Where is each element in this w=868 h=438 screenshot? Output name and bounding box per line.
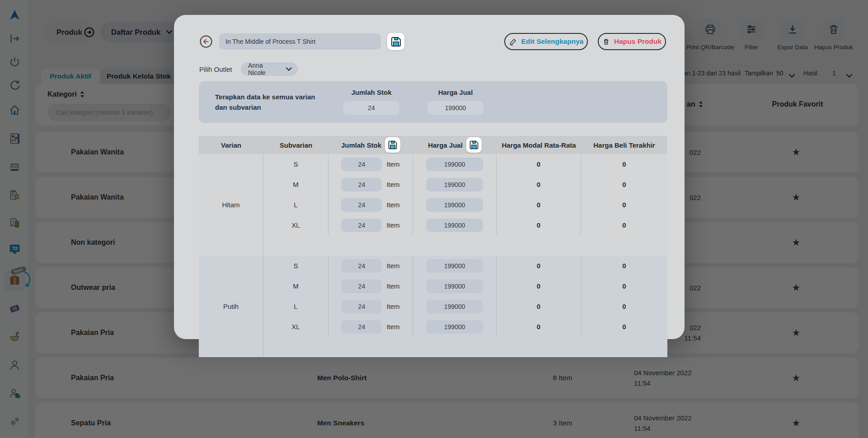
last-buy-cell: 0: [581, 317, 667, 337]
header-harga-modal: Harga Modal Rata-Rata: [497, 136, 581, 154]
price-input[interactable]: [426, 219, 483, 232]
jumlah-stok-label: Jumlah Stok: [326, 89, 417, 96]
price-input[interactable]: [426, 320, 483, 334]
subvarian-cell: M: [263, 276, 328, 296]
price-input[interactable]: [426, 198, 483, 212]
apply-all-title: Terapkan data ke semua varian dan subvar…: [215, 92, 315, 112]
variant-table-header: Varian Subvarian Jumlah Stok Harga Jual …: [199, 136, 667, 154]
stock-input[interactable]: [341, 178, 382, 191]
edit-product-modal: Edit Selengkapnya Hapus Produk Pilih Out…: [174, 15, 685, 339]
last-buy-cell: 0: [581, 276, 667, 296]
avg-cost-cell: 0: [497, 215, 581, 235]
avg-cost-cell: 0: [497, 174, 581, 195]
stock-input[interactable]: [341, 219, 382, 232]
stock-input[interactable]: [341, 198, 382, 212]
pencil-icon: [509, 37, 517, 46]
price-input[interactable]: [426, 300, 483, 313]
varian-name: Hitam: [199, 154, 263, 256]
apply-all-price-input[interactable]: [427, 101, 483, 115]
avg-cost-cell: 0: [497, 195, 581, 215]
unit-label: Item: [386, 201, 399, 209]
save-product-name-button[interactable]: [387, 33, 404, 50]
last-buy-cell: 0: [581, 256, 667, 276]
outlet-select[interactable]: Anna Nicole: [241, 62, 298, 76]
apply-all-stock-input[interactable]: [343, 101, 399, 115]
edit-selengkapnya-label: Edit Selengkapnya: [521, 37, 584, 46]
variant-table: Varian Subvarian Jumlah Stok Harga Jual …: [199, 136, 667, 357]
harga-jual-label: Harga Jual: [410, 89, 501, 96]
header-subvarian: Subvarian: [263, 136, 328, 154]
save-disk-icon: [387, 140, 398, 150]
unit-label: Item: [386, 221, 399, 229]
unit-label: Item: [386, 282, 399, 290]
unit-label: Item: [386, 303, 399, 310]
avg-cost-cell: 0: [497, 296, 581, 317]
save-all-price-button[interactable]: [466, 137, 482, 153]
header-varian: Varian: [199, 136, 263, 154]
header-harga-beli: Harga Beli Terakhir: [581, 136, 667, 154]
edit-selengkapnya-button[interactable]: Edit Selengkapnya: [504, 33, 588, 50]
avg-cost-cell: 0: [497, 317, 581, 337]
subvarian-cell: XL: [263, 215, 328, 235]
hapus-produk-button[interactable]: Hapus Produk: [598, 33, 666, 50]
price-input[interactable]: [426, 259, 483, 273]
subvarian-cell: L: [263, 195, 328, 215]
hapus-produk-label: Hapus Produk: [614, 37, 662, 46]
subvarian-cell: S: [263, 154, 328, 174]
last-buy-cell: 0: [581, 296, 667, 317]
last-buy-cell: 0: [581, 174, 667, 195]
stock-input[interactable]: [341, 320, 382, 334]
stock-input[interactable]: [341, 280, 382, 293]
header-harga-jual: Harga Jual: [413, 136, 497, 154]
price-input[interactable]: [426, 178, 483, 191]
save-disk-icon: [390, 36, 402, 48]
subvarian-cell: M: [263, 174, 328, 195]
last-buy-cell: 0: [581, 215, 667, 235]
price-input[interactable]: [426, 280, 483, 293]
avg-cost-cell: 0: [497, 256, 581, 276]
unit-label: Item: [386, 181, 399, 188]
apply-all-section: Terapkan data ke semua varian dan subvar…: [199, 81, 667, 123]
pilih-outlet-label: Pilih Outlet: [199, 65, 232, 73]
unit-label: Item: [386, 323, 399, 331]
unit-label: Item: [386, 160, 399, 168]
last-buy-cell: 0: [581, 154, 667, 174]
variant-group-putih: Putih S Item 0 0 M Item 0 0 L Item 0 0 X…: [199, 256, 667, 357]
outlet-selected-value: Anna Nicole: [248, 62, 281, 76]
stock-input[interactable]: [341, 300, 382, 313]
variant-group-hitam: Hitam S Item 0 0 M Item 0 0 L Item 0 0 X…: [199, 154, 667, 256]
trash-icon: [602, 38, 610, 46]
price-input[interactable]: [426, 158, 483, 171]
unit-label: Item: [386, 262, 399, 270]
product-name-input[interactable]: [219, 33, 381, 50]
stock-input[interactable]: [341, 259, 382, 273]
header-jumlah-stok: Jumlah Stok: [328, 136, 413, 154]
subvarian-cell: L: [263, 296, 328, 317]
subvarian-cell: S: [263, 256, 328, 276]
back-button[interactable]: [199, 35, 213, 48]
avg-cost-cell: 0: [497, 276, 581, 296]
stock-input[interactable]: [341, 158, 382, 171]
chevron-down-icon: [286, 67, 292, 71]
subvarian-cell: XL: [263, 317, 328, 337]
save-all-stock-button[interactable]: [385, 137, 400, 153]
last-buy-cell: 0: [581, 195, 667, 215]
save-disk-icon: [469, 140, 479, 150]
varian-name: Putih: [199, 256, 263, 357]
avg-cost-cell: 0: [497, 154, 581, 174]
